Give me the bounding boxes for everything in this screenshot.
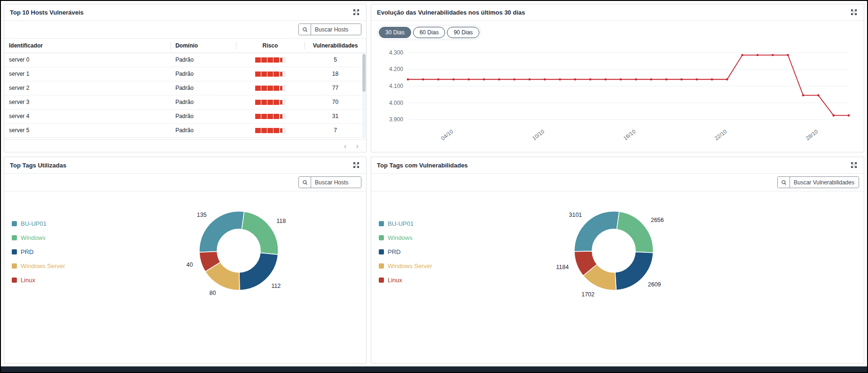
- tags-used-search-input[interactable]: [311, 177, 361, 188]
- risk-bars: [255, 128, 285, 133]
- panel-tags-vulns-header: Top Tags com Vulnerabilidades: [371, 157, 864, 174]
- legend-item-bu-up01[interactable]: BU-UP01: [379, 220, 482, 227]
- svg-text:28/10: 28/10: [805, 128, 819, 141]
- host-row[interactable]: server 5Padrão7: [4, 124, 366, 138]
- col-risco[interactable]: Risco: [236, 39, 305, 53]
- tags-vulns-search-input[interactable]: [790, 177, 859, 188]
- hosts-pagination: ‹ ›: [4, 139, 366, 152]
- col-vulnerabilidades[interactable]: Vulnerabilidades: [305, 39, 366, 53]
- host-identifier[interactable]: server 4: [4, 110, 171, 124]
- tags-used-legend: BU-UP01WindowsPRDWindows ServerLinux: [12, 220, 112, 284]
- legend-item-windows-server[interactable]: Windows Server: [12, 262, 112, 270]
- host-row[interactable]: server 4Padrão31: [4, 110, 366, 124]
- risk-segment: [255, 128, 261, 133]
- expand-button[interactable]: [850, 161, 858, 169]
- tags-vulns-search-button[interactable]: [778, 177, 790, 188]
- host-vulnerability-count: 70: [305, 95, 366, 110]
- host-vulnerability-count: 92: [305, 138, 366, 140]
- legend-item-bu-up01[interactable]: BU-UP01: [12, 220, 112, 227]
- host-row[interactable]: server 1Padrão18: [4, 67, 366, 81]
- next-page-icon[interactable]: ›: [356, 142, 359, 150]
- legend-item-linux[interactable]: Linux: [12, 277, 112, 284]
- legend-swatch: [12, 235, 17, 240]
- legend-label: Windows Server: [388, 262, 432, 270]
- risk-segment: [255, 71, 261, 77]
- range-button-30-dias[interactable]: 30 Dias: [379, 27, 411, 38]
- col-identificador[interactable]: Identificador: [4, 39, 171, 53]
- host-row[interactable]: 10.7.0.37Padrão92: [4, 138, 366, 140]
- scrollbar[interactable]: [362, 53, 366, 138]
- legend-item-prd[interactable]: PRD: [379, 248, 482, 255]
- expand-icon: [851, 162, 857, 168]
- prev-page-icon[interactable]: ‹: [344, 142, 347, 150]
- host-row[interactable]: server 3Padrão70: [4, 95, 366, 110]
- legend-item-windows[interactable]: Windows: [379, 234, 482, 241]
- risk-segment: [267, 128, 273, 133]
- hosts-toolbar: [4, 21, 366, 39]
- svg-text:4.300: 4.300: [389, 49, 403, 56]
- svg-text:4.100: 4.100: [389, 83, 403, 89]
- legend-item-prd[interactable]: PRD: [12, 248, 112, 255]
- scrollbar-thumb[interactable]: [362, 54, 366, 92]
- risk-segment: [280, 71, 285, 77]
- host-domain: Padrão: [171, 81, 236, 95]
- legend-item-windows[interactable]: Windows: [12, 234, 112, 241]
- tags-vulns-donut-chart: 31012656260917021184: [534, 192, 694, 311]
- hosts-search-button[interactable]: [299, 24, 311, 35]
- hosts-search-input[interactable]: [311, 24, 361, 35]
- host-risk: [236, 124, 305, 138]
- host-row[interactable]: server 2Padrão77: [4, 81, 366, 95]
- risk-segment: [261, 128, 267, 133]
- risk-bars: [255, 71, 285, 77]
- host-risk: [236, 138, 305, 140]
- host-vulnerability-count: 5: [305, 53, 366, 67]
- legend-swatch: [12, 263, 17, 269]
- risk-segment: [280, 86, 285, 91]
- range-button-60-dias[interactable]: 60 Dias: [413, 27, 446, 38]
- panel-title: Evolução das Vulnerabilidades nos último…: [377, 9, 525, 16]
- legend-swatch: [379, 249, 384, 254]
- risk-segment: [274, 128, 279, 133]
- legend-label: PRD: [21, 248, 33, 255]
- tags-used-search-button[interactable]: [299, 177, 311, 188]
- expand-button[interactable]: [352, 8, 360, 16]
- risk-segment: [267, 100, 273, 105]
- host-identifier[interactable]: server 5: [4, 124, 171, 138]
- host-identifier[interactable]: 10.7.0.37: [4, 138, 171, 140]
- tags-vulns-donut-area: 31012656260917021184: [482, 192, 745, 311]
- legend-label: Linux: [388, 277, 402, 284]
- donut-slice-windows[interactable]: [242, 212, 279, 254]
- legend-item-windows-server[interactable]: Windows Server: [379, 262, 482, 270]
- svg-text:4.200: 4.200: [389, 66, 403, 72]
- tags-used-toolbar: [4, 174, 366, 191]
- search-icon: [781, 180, 787, 185]
- host-identifier[interactable]: server 3: [4, 95, 171, 110]
- donut-value-label: 135: [197, 212, 207, 218]
- expand-button[interactable]: [850, 8, 858, 16]
- expand-icon: [353, 9, 360, 16]
- expand-button[interactable]: [352, 161, 360, 169]
- legend-item-linux[interactable]: Linux: [379, 277, 482, 284]
- host-identifier[interactable]: server 2: [4, 81, 171, 95]
- risk-bars: [255, 114, 285, 119]
- col-dominio[interactable]: Domínio: [171, 39, 236, 53]
- host-identifier[interactable]: server 0: [4, 53, 171, 67]
- donut-value-label: 1184: [556, 264, 569, 270]
- donut-slice-windows[interactable]: [617, 212, 653, 253]
- range-button-90-dias[interactable]: 90 Dias: [447, 27, 479, 38]
- risk-segment: [261, 57, 267, 63]
- panel-tags-vulns: Top Tags com Vulnerabilidades BU-U: [371, 157, 864, 364]
- vulnerability-trend-chart: 3.9004.0004.1004.2004.30004/1010/1016/10…: [373, 42, 862, 149]
- tags-vulns-search: [777, 176, 859, 188]
- risk-segment: [280, 100, 285, 105]
- host-domain: Padrão: [171, 124, 236, 138]
- dashboard: Top 10 Hosts Vulneráveis: [0, 0, 868, 373]
- donut-value-label: 40: [187, 262, 193, 268]
- legend-label: Linux: [21, 277, 35, 284]
- svg-text:10/10: 10/10: [531, 128, 545, 141]
- host-row[interactable]: server 0Padrão5: [4, 53, 366, 67]
- expand-icon: [353, 162, 360, 168]
- host-identifier[interactable]: server 1: [4, 67, 171, 81]
- legend-swatch: [379, 221, 384, 226]
- risk-segment: [280, 57, 285, 63]
